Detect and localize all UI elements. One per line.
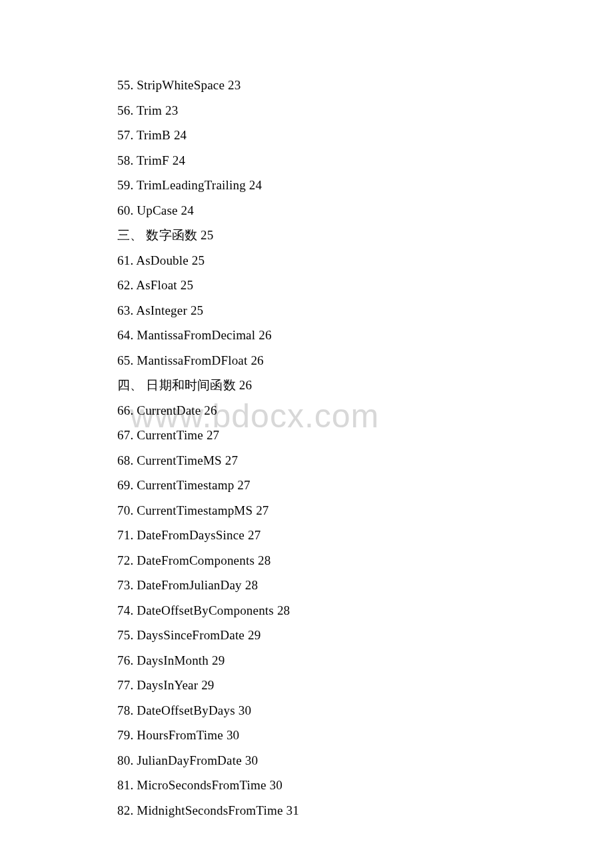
toc-entry: 74. DateOffsetByComponents 28 [117, 604, 613, 617]
toc-entry: 73. DateFromJulianDay 28 [117, 579, 613, 591]
toc-entry: 72. DateFromComponents 28 [117, 554, 613, 567]
toc-entry: 63. AsInteger 25 [117, 304, 613, 317]
toc-section-heading: 三、 数字函数 25 [117, 229, 613, 241]
toc-entry: 71. DateFromDaysSince 27 [117, 529, 613, 541]
toc-entry: 62. AsFloat 25 [117, 279, 613, 291]
toc-entry: 56. Trim 23 [117, 104, 613, 117]
toc-entry: 70. CurrentTimestampMS 27 [117, 504, 613, 517]
toc-entry: 81. MicroSecondsFromTime 30 [117, 779, 613, 791]
toc-entry: 58. TrimF 24 [117, 154, 613, 167]
toc-entry: 66. CurrentDate 26 [117, 404, 613, 417]
toc-entry: 68. CurrentTimeMS 27 [117, 454, 613, 467]
toc-entry: 80. JulianDayFromDate 30 [117, 754, 613, 767]
toc-entry: 59. TrimLeadingTrailing 24 [117, 179, 613, 191]
toc-entry: 57. TrimB 24 [117, 129, 613, 141]
toc-entry: 67. CurrentTime 27 [117, 429, 613, 441]
toc-entry: 64. MantissaFromDecimal 26 [117, 329, 613, 341]
toc-entry: 60. UpCase 24 [117, 204, 613, 217]
toc-entry: 61. AsDouble 25 [117, 254, 613, 267]
toc-entry: 78. DateOffsetByDays 30 [117, 704, 613, 717]
toc-entry: 65. MantissaFromDFloat 26 [117, 354, 613, 367]
toc-section-heading: 四、 日期和时间函数 26 [117, 379, 613, 391]
toc-entry: 79. HoursFromTime 30 [117, 729, 613, 741]
toc-entry: 76. DaysInMonth 29 [117, 654, 613, 667]
toc-entry: 55. StripWhiteSpace 23 [117, 79, 613, 91]
toc-entry: 82. MidnightSecondsFromTime 31 [117, 804, 613, 817]
toc-entry: 75. DaysSinceFromDate 29 [117, 629, 613, 641]
toc-entry: 69. CurrentTimestamp 27 [117, 479, 613, 491]
toc-content: 55. StripWhiteSpace 23 56. Trim 23 57. T… [117, 79, 613, 817]
toc-entry: 77. DaysInYear 29 [117, 679, 613, 691]
